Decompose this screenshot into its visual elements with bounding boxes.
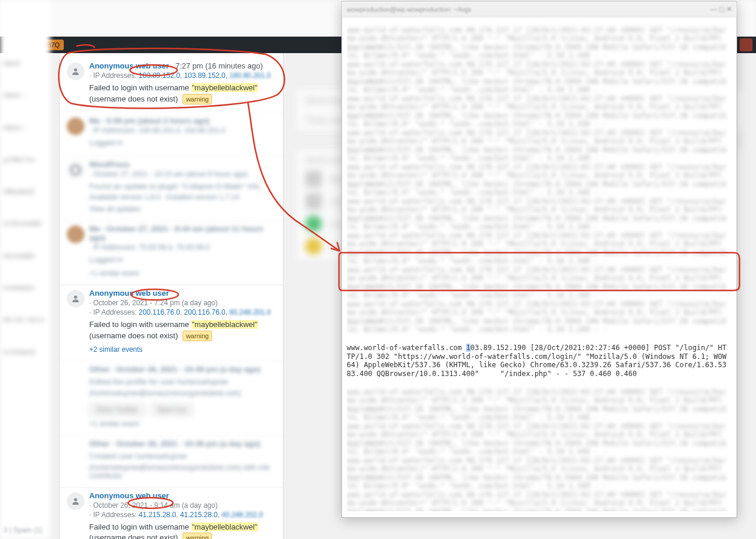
server-log-window[interactable]: wowproduction@wp.wowproduction: ~/logs —… bbox=[341, 1, 737, 518]
ip-link[interactable]: 41.215.28.0 bbox=[139, 511, 176, 519]
sidebar-text: Accessible bbox=[4, 251, 47, 260]
log-line-highlighted: www.world-of-waterfalls.com 103.89.152.1… bbox=[347, 344, 728, 378]
window-buttons[interactable]: — ▢ ✕ bbox=[711, 5, 732, 13]
warning-tag: warning bbox=[183, 94, 213, 104]
svg-point-0 bbox=[74, 68, 77, 71]
log-entry[interactable]: Anonymous web user · October 26, 2021 - … bbox=[60, 285, 283, 361]
avatar-wp-icon bbox=[67, 161, 84, 179]
log-entry[interactable]: Anonymous web user · 7:27 pm (16 minutes… bbox=[60, 58, 283, 112]
log-message: Failed to login with username "maybelleb… bbox=[89, 83, 275, 105]
log-user[interactable]: Anonymous web user bbox=[89, 289, 275, 298]
sidebar-text: eland – bbox=[4, 123, 47, 132]
log-entry[interactable]: Anonymous web user · October 26, 2021 - … bbox=[60, 487, 283, 539]
sidebar-text: to (Ireland) bbox=[4, 348, 47, 356]
log-ip-line: · IP Addresses: 41.215.28.0, 41.215.28.0… bbox=[89, 511, 275, 519]
log-entry-blurred[interactable]: Other · October 26, 2021 - 10:48 pm (a d… bbox=[60, 435, 283, 487]
ip-link[interactable]: 41.215.28.0 bbox=[180, 511, 217, 519]
log-entry-blurred[interactable]: Me - 5:58 pm (about 2 hours ago) · IP Ad… bbox=[60, 112, 283, 156]
ip-link[interactable]: 103.89.152.0 bbox=[184, 71, 226, 80]
avatar-top-right[interactable] bbox=[739, 38, 752, 51]
sidebar-text: eland – bbox=[4, 91, 47, 99]
sidebar-text: /Maryland) bbox=[4, 187, 47, 195]
activity-log-panel: Anonymous web user · 7:27 pm (16 minutes… bbox=[59, 53, 284, 539]
footer-spam-line: 3 | Spam (1) bbox=[0, 526, 43, 534]
log-entry-blurred[interactable]: Me - October 27, 2021 - 8:44 am (about 1… bbox=[60, 220, 283, 285]
avatar-anon-icon bbox=[67, 63, 84, 80]
similar-events-link[interactable]: +2 similar events bbox=[89, 345, 275, 354]
sidebar-text: er Accessible bbox=[4, 219, 47, 227]
avatar-user bbox=[67, 117, 84, 135]
sidebar-text: eland bbox=[4, 59, 47, 67]
svg-point-3 bbox=[74, 498, 77, 501]
log-entry-blurred[interactable]: WordPress · October 27, 2021 - 10:15 am … bbox=[60, 156, 283, 221]
log-user[interactable]: Anonymous web user · 7:27 pm (16 minutes… bbox=[89, 61, 275, 70]
log-entry-blurred[interactable]: Other · October 26, 2021 - 10:48 pm (a d… bbox=[60, 361, 283, 435]
svg-point-1 bbox=[71, 165, 80, 174]
log-ip-line: · IP Addresses: 103.89.152.0, 103.89.152… bbox=[89, 71, 275, 80]
avatar-user bbox=[67, 226, 84, 243]
warning-tag: warning bbox=[183, 533, 213, 539]
log-line-blurred: www.world-of-waterfalls.com 98.170.127.1… bbox=[347, 26, 726, 334]
log-line-blurred: www.world-of-waterfalls.com 98.170.127.1… bbox=[347, 388, 726, 512]
ip-link[interactable]: 103.89.152.0 bbox=[139, 71, 180, 80]
ip-link[interactable]: 200.116.76.0 bbox=[139, 308, 180, 316]
log-ip-line: · IP Addresses: 200.116.76.0, 200.116.76… bbox=[89, 308, 275, 316]
sidebar-text: g Filter For bbox=[4, 155, 47, 164]
svg-point-2 bbox=[74, 296, 77, 299]
log-window-titlebar[interactable]: wowproduction@wp.wowproduction: ~/logs —… bbox=[342, 2, 737, 17]
avatar-anon-icon bbox=[67, 492, 84, 510]
log-window-title: wowproduction@wp.wowproduction: ~/logs bbox=[347, 6, 471, 13]
log-message: Failed to login with username "maybelleb… bbox=[89, 319, 275, 342]
log-window-body[interactable]: www.world-of-waterfalls.com 98.170.127.1… bbox=[347, 17, 728, 511]
log-message: Failed to login with username "maybelleb… bbox=[89, 522, 275, 539]
log-time: · October 26, 2021 - 7:24 pm (a day ago) bbox=[89, 299, 275, 307]
warning-tag: warning bbox=[183, 331, 213, 341]
log-time: · October 26, 2021 - 9:14 am (a day ago) bbox=[89, 501, 275, 509]
sidebar-text: ls between bbox=[4, 283, 47, 292]
ip-link[interactable]: 200.116.76.0 bbox=[184, 308, 226, 316]
sidebar-text: the 1st. one is bbox=[4, 315, 47, 324]
log-user[interactable]: Anonymous web user bbox=[89, 491, 275, 500]
left-sidebar-blur: eland eland – eland – g Filter For /Mary… bbox=[0, 0, 50, 539]
avatar-anon-icon bbox=[67, 290, 84, 308]
